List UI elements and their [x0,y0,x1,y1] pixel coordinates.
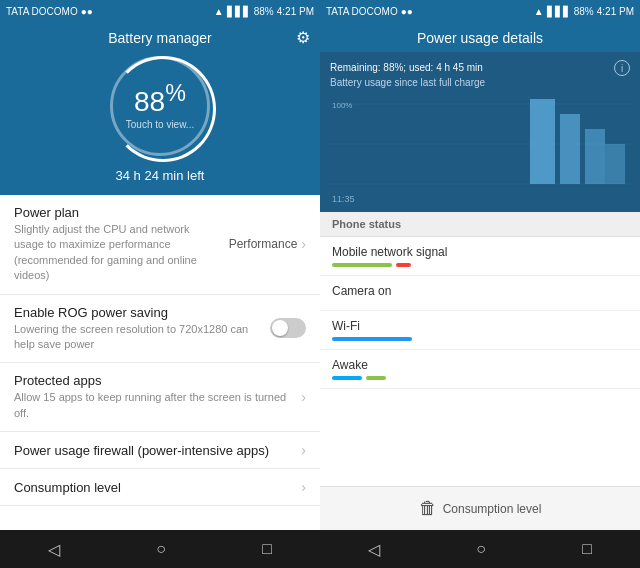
rog-toggle[interactable] [270,318,306,338]
left-signal-icon: ●● [81,6,93,17]
wifi-title: Wi-Fi [332,319,628,333]
protected-apps-right: › [301,389,306,405]
left-back-button[interactable]: ◁ [30,534,78,565]
left-status-right: ▲ ▋▋▋ 88% 4:21 PM [214,6,314,17]
power-plan-right: Performance › [229,236,306,252]
menu-item-protected-apps[interactable]: Protected apps Allow 15 apps to keep run… [0,363,320,432]
usage-item-wifi: Wi-Fi [320,311,640,350]
phone-status-label: Phone status [332,218,401,230]
mobile-signal-bar-green [332,263,392,267]
chart-since-text: Battery usage since last full charge [330,77,485,88]
right-status-bar: TATA DOCOMO ●● ▲ ▋▋▋ 88% 4:21 PM [320,0,640,22]
protected-apps-subtitle: Allow 15 apps to keep running after the … [14,390,293,421]
menu-item-firewall[interactable]: Power usage firewall (power-intensive ap… [0,432,320,469]
protected-apps-chevron-icon: › [301,389,306,405]
toggle-thumb [272,320,288,336]
menu-item-power-plan[interactable]: Power plan Slightly adjust the CPU and n… [0,195,320,295]
right-nav-bar: ◁ ○ □ [320,530,640,568]
consumption-icon: 🗑 [419,498,437,519]
usage-item-camera: Camera on [320,276,640,311]
awake-title: Awake [332,358,628,372]
menu-list: Power plan Slightly adjust the CPU and n… [0,195,320,530]
left-recent-button[interactable]: □ [244,534,290,564]
firewall-chevron-icon: › [301,442,306,458]
info-icon[interactable]: i [614,60,630,76]
power-plan-value: Performance [229,237,298,251]
chart-area: Remaining: 88%; used: 4 h 45 min Battery… [320,52,640,212]
mobile-signal-bar-red [396,263,411,267]
power-usage-title: Power usage details [332,30,628,46]
battery-header: Battery manager ⚙ 88% Touch to view... 3… [0,22,320,195]
firewall-title: Power usage firewall (power-intensive ap… [14,443,293,458]
right-panel: TATA DOCOMO ●● ▲ ▋▋▋ 88% 4:21 PM Power u… [320,0,640,568]
awake-bar-green [366,376,386,380]
firewall-right: › [301,442,306,458]
consumption-content: Consumption level [14,480,293,495]
right-carrier-label: TATA DOCOMO [326,6,398,17]
consumption-right: › [301,479,306,495]
camera-title: Camera on [332,284,628,298]
left-status-bar: TATA DOCOMO ●● ▲ ▋▋▋ 88% 4:21 PM [0,0,320,22]
left-home-button[interactable]: ○ [138,534,184,564]
battery-time-remaining: 34 h 24 min left [116,168,205,183]
svg-rect-5 [560,114,580,184]
left-carrier-label: TATA DOCOMO [6,6,78,17]
left-panel: TATA DOCOMO ●● ▲ ▋▋▋ 88% 4:21 PM Battery… [0,0,320,568]
left-wifi-icon: ▲ [214,6,224,17]
menu-item-rog-content: Enable ROG power saving Lowering the scr… [14,305,262,353]
usage-item-awake: Awake [320,350,640,389]
left-nav-bar: ◁ ○ □ [0,530,320,568]
right-status-right: ▲ ▋▋▋ 88% 4:21 PM [534,6,634,17]
battery-chart-svg: 100% [330,94,630,194]
right-wifi-icon: ▲ [534,6,544,17]
battery-ring [110,56,216,162]
rog-title: Enable ROG power saving [14,305,262,320]
right-signal-bars-icon: ▋▋▋ [547,6,571,17]
left-signal-bars-icon: ▋▋▋ [227,6,251,17]
chart-time-label: 11:35 [332,194,355,204]
right-recent-button[interactable]: □ [564,534,610,564]
protected-apps-title: Protected apps [14,373,293,388]
consumption-title: Consumption level [14,480,293,495]
settings-icon[interactable]: ⚙ [296,28,310,47]
svg-text:100%: 100% [332,101,352,110]
consumption-bottom-label: Consumption level [443,502,542,516]
rog-subtitle: Lowering the screen resolution to 720x12… [14,322,262,353]
phone-status-header: Phone status [320,212,640,237]
right-home-button[interactable]: ○ [458,534,504,564]
chart-remaining-text: Remaining: 88%; used: 4 h 45 min [330,62,483,73]
power-plan-title: Power plan [14,205,221,220]
chart-info: Remaining: 88%; used: 4 h 45 min Battery… [330,60,630,90]
mobile-signal-title: Mobile network signal [332,245,628,259]
left-status-carrier-area: TATA DOCOMO ●● [6,6,93,17]
awake-bar-blue [332,376,362,380]
svg-rect-6 [585,129,605,184]
svg-rect-7 [605,144,625,184]
power-plan-chevron-icon: › [301,236,306,252]
right-time-label: 4:21 PM [597,6,634,17]
right-back-button[interactable]: ◁ [350,534,398,565]
right-signal-icon: ●● [401,6,413,17]
menu-item-rog[interactable]: Enable ROG power saving Lowering the scr… [0,295,320,364]
protected-apps-content: Protected apps Allow 15 apps to keep run… [14,373,293,421]
usage-list: Mobile network signal Camera on Wi-Fi Aw… [320,237,640,486]
menu-item-consumption[interactable]: Consumption level › [0,469,320,506]
wifi-bar [332,337,412,341]
battery-manager-title: Battery manager [108,30,212,46]
battery-circle[interactable]: 88% Touch to view... [110,56,210,156]
left-time-label: 4:21 PM [277,6,314,17]
right-status-carrier-area: TATA DOCOMO ●● [326,6,413,17]
right-header: Power usage details [320,22,640,52]
firewall-content: Power usage firewall (power-intensive ap… [14,443,293,458]
consumption-level-bottom[interactable]: 🗑 Consumption level [320,486,640,530]
chart-svg-area: 100% 11:35 [330,94,630,204]
right-battery-label: 88% [574,6,594,17]
svg-rect-4 [530,99,555,184]
power-plan-subtitle: Slightly adjust the CPU and network usag… [14,222,221,284]
menu-item-power-plan-content: Power plan Slightly adjust the CPU and n… [14,205,221,284]
left-battery-label: 88% [254,6,274,17]
usage-item-mobile-signal: Mobile network signal [320,237,640,276]
rog-right [270,318,306,338]
consumption-chevron-icon: › [301,479,306,495]
